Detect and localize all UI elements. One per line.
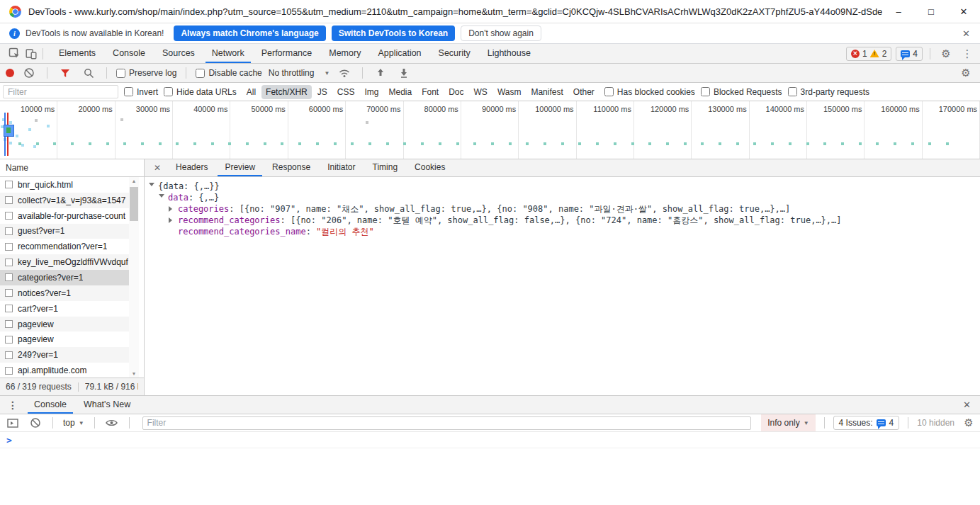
preserve-log-input[interactable]	[116, 69, 125, 78]
detail-tab-response[interactable]: Response	[265, 159, 317, 176]
settings-gear-icon[interactable]: ⚙	[937, 45, 954, 62]
disable-cache-checkbox[interactable]: Disable cache	[196, 68, 261, 78]
always-match-language-button[interactable]: Always match Chrome's language	[174, 25, 325, 41]
tab-performance[interactable]: Performance	[255, 44, 319, 63]
tab-network[interactable]: Network	[205, 44, 251, 63]
issues-counter[interactable]: 4 Issues: 4	[833, 416, 900, 430]
request-row[interactable]: 249?ver=1	[0, 347, 129, 363]
tree-expand-right-icon[interactable]	[169, 203, 178, 215]
name-column-header[interactable]: Name	[0, 159, 144, 177]
inspect-element-icon[interactable]	[6, 45, 23, 62]
blocked-requests-input[interactable]	[701, 87, 710, 96]
tab-security[interactable]: Security	[432, 44, 477, 63]
detail-tab-preview[interactable]: Preview	[218, 159, 262, 176]
hide-data-urls-checkbox[interactable]: Hide data URLs	[164, 87, 237, 97]
network-overview[interactable]: 10000 ms20000 ms30000 ms40000 ms50000 ms…	[0, 101, 980, 159]
minimize-button[interactable]: –	[882, 6, 915, 17]
type-chip-media[interactable]: Media	[384, 85, 416, 99]
request-list-scrollbar[interactable]: ▲ ▼	[129, 177, 139, 378]
tab-sources[interactable]: Sources	[156, 44, 201, 63]
type-chip-css[interactable]: CSS	[333, 85, 359, 99]
maximize-button[interactable]: □	[915, 6, 947, 17]
dont-show-again-button[interactable]: Don't show again	[461, 25, 541, 41]
preview-tree-line[interactable]: recommend_categories_name: "컬리의 추천"	[145, 226, 980, 237]
invert-input[interactable]	[124, 87, 133, 96]
filter-funnel-icon[interactable]	[57, 64, 74, 81]
tree-expand-down-icon[interactable]	[149, 181, 158, 192]
drawer-tab-console[interactable]: Console	[28, 396, 73, 414]
preserve-log-checkbox[interactable]: Preserve log	[116, 68, 176, 78]
close-window-button[interactable]: ✕	[947, 6, 980, 17]
console-filter-input[interactable]	[142, 416, 752, 430]
request-row[interactable]: bnr_quick.html	[0, 177, 129, 193]
console-sidebar-icon[interactable]	[4, 414, 21, 431]
request-row[interactable]: pageview	[0, 317, 129, 332]
detail-tab-cookies[interactable]: Cookies	[407, 159, 452, 176]
errors-warnings-badge[interactable]: ✕ 1 ! 2	[846, 47, 891, 61]
execution-context-select[interactable]: top ▼	[62, 418, 86, 428]
detail-tab-initiator[interactable]: Initiator	[320, 159, 362, 176]
network-conditions-icon[interactable]	[336, 64, 353, 81]
record-network-log-icon[interactable]	[6, 69, 14, 77]
hide-data-urls-input[interactable]	[164, 87, 173, 96]
request-row[interactable]: categories?ver=1	[0, 270, 129, 285]
preview-tree-line[interactable]: categories: [{no: "907", name: "채소", sho…	[145, 203, 980, 215]
disable-cache-input[interactable]	[196, 69, 205, 78]
more-options-icon[interactable]: ⋮	[959, 45, 976, 62]
detail-tab-headers[interactable]: Headers	[169, 159, 215, 176]
has-blocked-cookies-input[interactable]	[604, 87, 614, 96]
drawer-tab-what-s-new[interactable]: What's New	[77, 396, 137, 414]
network-settings-gear-icon[interactable]: ⚙	[957, 64, 974, 81]
log-level-select[interactable]: Info only ▼	[761, 414, 815, 431]
console-settings-gear-icon[interactable]: ⚙	[960, 414, 977, 431]
tab-memory[interactable]: Memory	[322, 44, 367, 63]
device-toolbar-icon[interactable]	[23, 45, 40, 62]
type-chip-all[interactable]: All	[242, 85, 260, 99]
has-blocked-cookies-checkbox[interactable]: Has blocked cookies	[604, 87, 695, 97]
type-chip-js[interactable]: JS	[313, 85, 332, 99]
issues-badge[interactable]: 4	[896, 47, 923, 61]
preview-tree-line[interactable]: recommend_categories: [{no: "206", name:…	[145, 215, 980, 226]
import-har-icon[interactable]	[372, 64, 389, 81]
type-chip-manifest[interactable]: Manifest	[526, 85, 567, 99]
tab-elements[interactable]: Elements	[52, 44, 102, 63]
tab-application[interactable]: Application	[371, 44, 427, 63]
type-chip-doc[interactable]: Doc	[444, 85, 468, 99]
type-chip-wasm[interactable]: Wasm	[493, 85, 526, 99]
search-icon[interactable]	[80, 64, 97, 81]
preview-tree-line[interactable]: {data: {,…}}	[145, 181, 980, 192]
request-row[interactable]: recommendation?ver=1	[0, 239, 129, 254]
request-row[interactable]: available-for-purchase-count	[0, 208, 129, 224]
eye-icon[interactable]	[103, 414, 120, 431]
tab-console[interactable]: Console	[106, 44, 152, 63]
drawer-menu-icon[interactable]: ⋮	[0, 399, 26, 411]
console-prompt[interactable]: >	[0, 432, 980, 448]
export-har-icon[interactable]	[395, 64, 412, 81]
scroll-up-icon[interactable]: ▲	[129, 178, 139, 183]
tree-expand-right-icon[interactable]	[169, 215, 178, 226]
infobar-close-icon[interactable]: ✕	[952, 28, 980, 39]
blocked-requests-checkbox[interactable]: Blocked Requests	[701, 87, 782, 97]
request-row[interactable]: notices?ver=1	[0, 285, 129, 301]
switch-to-korean-button[interactable]: Switch DevTools to Korean	[332, 25, 455, 41]
type-chip-other[interactable]: Other	[569, 85, 599, 99]
request-row[interactable]: collect?v=1&_v=j93&a=1547	[0, 193, 129, 208]
clear-network-log-icon[interactable]	[21, 64, 38, 81]
preview-tree-line[interactable]: data: {,…}	[145, 192, 980, 203]
request-row[interactable]: api.amplitude.com	[0, 363, 129, 378]
type-chip-img[interactable]: Img	[360, 85, 383, 99]
request-row[interactable]: guest?ver=1	[0, 224, 129, 239]
drawer-close-icon[interactable]: ✕	[954, 399, 980, 410]
scroll-down-icon[interactable]: ▼	[129, 371, 139, 376]
throttling-select[interactable]: No throttling ▼	[269, 68, 330, 78]
type-chip-font[interactable]: Font	[417, 85, 443, 99]
third-party-requests-checkbox[interactable]: 3rd-party requests	[788, 87, 869, 97]
clear-console-icon[interactable]	[27, 414, 44, 431]
scrollbar-thumb[interactable]	[130, 187, 138, 221]
request-row[interactable]: key_live_meOgzldffiVWvdquf	[0, 254, 129, 270]
request-row[interactable]: cart?ver=1	[0, 301, 129, 317]
type-chip-fetch-xhr[interactable]: Fetch/XHR	[261, 85, 312, 99]
request-row[interactable]: pageview	[0, 331, 129, 347]
tree-expand-down-icon[interactable]	[159, 192, 168, 203]
network-filter-input[interactable]	[3, 85, 118, 98]
